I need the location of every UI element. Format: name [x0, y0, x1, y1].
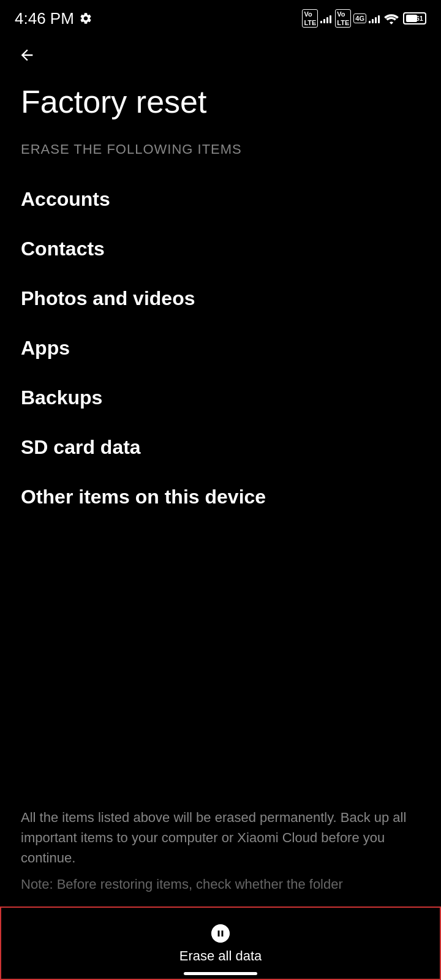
home-indicator	[184, 972, 257, 975]
list-item-accounts: Accounts	[21, 175, 420, 224]
bar	[330, 15, 331, 23]
bottom-info: All the items listed above will be erase…	[21, 807, 420, 900]
wifi-icon	[383, 12, 399, 24]
list-item-apps: Apps	[21, 323, 420, 373]
battery-indicator: 61	[403, 12, 426, 24]
signal-bars-1	[320, 13, 331, 23]
bar	[326, 17, 328, 23]
note-text: Note: Before restoring items, check whet…	[21, 874, 420, 894]
status-time: 4:46 PM	[15, 9, 74, 28]
list-item-backups: Backups	[21, 373, 420, 423]
bar	[372, 19, 374, 23]
list-item-photos: Photos and videos	[21, 274, 420, 323]
back-button[interactable]	[0, 34, 441, 72]
section-label: ERASE THE FOLLOWING ITEMS	[21, 141, 420, 157]
erase-button-container[interactable]: Erase all data	[0, 907, 441, 980]
erase-items-list: Accounts Contacts Photos and videos Apps…	[21, 175, 420, 522]
warning-text: All the items listed above will be erase…	[21, 807, 420, 868]
volte-badge-2: VoLTE	[335, 9, 351, 28]
status-left: 4:46 PM	[15, 9, 92, 28]
page-title: Factory reset	[21, 85, 420, 119]
bar	[375, 17, 377, 23]
bar	[323, 19, 325, 23]
status-bar: 4:46 PM VoLTE VoLTE 4G	[0, 0, 441, 34]
battery-percentage: 61	[416, 15, 423, 22]
list-item-sdcard: SD card data	[21, 423, 420, 472]
bar	[320, 21, 322, 23]
list-item-contacts: Contacts	[21, 224, 420, 274]
signal-group-1: VoLTE	[302, 9, 331, 28]
signal-group-2: VoLTE 4G	[335, 9, 380, 28]
bar	[378, 15, 380, 23]
erase-icon	[209, 922, 232, 944]
bar	[369, 21, 371, 23]
main-content: Factory reset ERASE THE FOLLOWING ITEMS …	[0, 72, 441, 522]
erase-button-label: Erase all data	[179, 948, 262, 964]
volte-badge-1: VoLTE	[302, 9, 318, 28]
status-right: VoLTE VoLTE 4G 61	[302, 9, 426, 28]
4g-badge: 4G	[353, 13, 366, 23]
signal-bars-2	[369, 13, 380, 23]
gear-icon	[79, 12, 92, 25]
list-item-other: Other items on this device	[21, 472, 420, 522]
erase-all-data-button[interactable]: Erase all data	[179, 922, 262, 964]
